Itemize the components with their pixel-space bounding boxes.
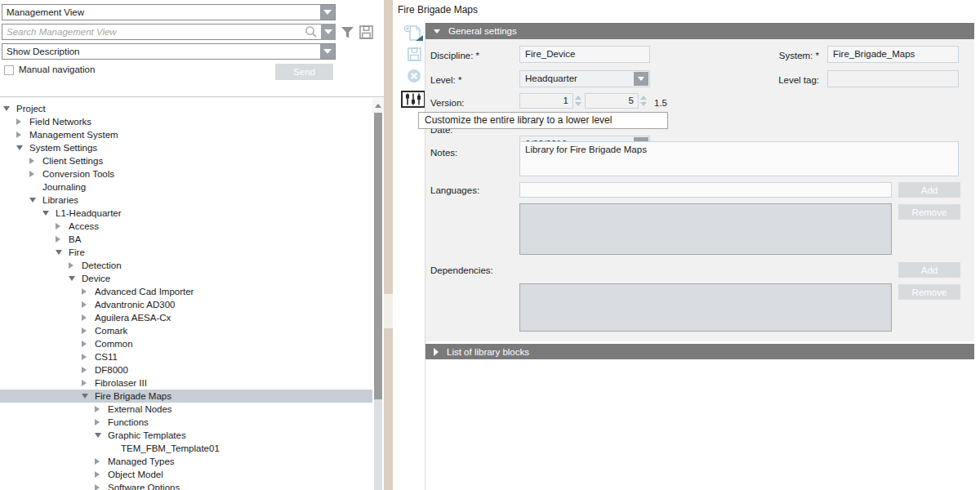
panel-splitter-handle[interactable] [384,294,393,328]
tree-expander-expanded-icon[interactable] [3,106,15,111]
tree-expander-collapsed-icon[interactable] [82,380,93,386]
tree-item[interactable]: TEM_FBM_Template01 [0,442,372,455]
tree-item[interactable]: Access [0,220,372,233]
tree-item[interactable]: CS11 [0,350,372,363]
version-major-stepper[interactable] [574,93,582,109]
tree-item[interactable]: L1-Headquarter [0,207,372,220]
panel-splitter[interactable] [384,0,393,490]
tree-item[interactable]: Fire Brigade Maps [0,390,372,403]
languages-remove-button[interactable]: Remove [898,204,960,220]
tree-item[interactable]: Advantronic AD300 [0,298,372,311]
tree-item[interactable]: Aguilera AESA-Cx [0,311,372,324]
tree-item[interactable]: Fibrolaser III [0,376,372,390]
tree-expander-collapsed-icon[interactable] [29,158,41,164]
tree-item[interactable]: Device [0,272,372,285]
tree-expander-collapsed-icon[interactable] [95,419,106,425]
tree-item[interactable]: Comark [0,324,372,337]
management-view-combo[interactable]: Management View [2,4,336,20]
discipline-field[interactable]: Fire_Device [519,46,650,63]
tree-item[interactable]: Client Settings [0,154,372,167]
tree-item[interactable]: Project [0,102,372,115]
tree-expander-collapsed-icon[interactable] [29,171,41,177]
tree-expander-collapsed-icon[interactable] [82,341,93,347]
tree-expander-expanded-icon[interactable] [95,433,106,438]
filter-button[interactable] [340,25,354,39]
tree-expander-collapsed-icon[interactable] [82,367,93,373]
tree-expander-collapsed-icon[interactable] [82,354,93,360]
tree-item[interactable]: Graphic Templates [0,429,372,442]
tree-expander-collapsed-icon[interactable] [82,288,93,295]
send-button[interactable]: Send [275,64,333,80]
tree-expander-collapsed-icon[interactable] [16,131,28,138]
tree-expander-collapsed-icon[interactable] [95,458,106,465]
level-tag-field[interactable] [827,70,959,87]
tree-item[interactable]: System Settings [0,141,372,154]
languages-input[interactable] [519,182,892,198]
search-dropdown-button[interactable] [321,24,336,40]
tree-expander-collapsed-icon[interactable] [95,406,106,412]
tree-item[interactable]: Field Networks [0,115,372,128]
languages-remove-label: Remove [912,207,947,217]
import-library-button[interactable] [403,24,424,42]
tree-item-label: Fire Brigade Maps [95,391,172,401]
tree-expander-expanded-icon[interactable] [16,145,28,150]
save-search-button[interactable] [359,24,373,39]
notes-field[interactable]: Library for Fire Brigade Maps [519,141,959,176]
tree-expander-expanded-icon[interactable] [29,198,41,203]
library-blocks-header[interactable]: List of library blocks [425,344,974,359]
tree-expander-expanded-icon[interactable] [82,394,93,399]
tree-scrollbar-thumb[interactable] [374,113,382,399]
tree-item[interactable]: External Nodes [0,403,372,416]
tree-scrollbar-up-button[interactable] [372,98,384,113]
cancel-button[interactable] [407,69,421,83]
tree-item[interactable]: Detection [0,259,372,272]
tree-expander-collapsed-icon[interactable] [95,484,106,490]
general-settings-header[interactable]: General settings [425,23,974,39]
dependencies-add-button[interactable]: Add [898,262,960,278]
show-description-combo[interactable]: Show Description [2,43,336,60]
tree-expander-collapsed-icon[interactable] [82,301,93,308]
tree-item[interactable]: Common [0,337,372,350]
tree-expander-collapsed-icon[interactable] [82,327,93,334]
manual-navigation-checkbox[interactable] [4,65,14,75]
tree-item[interactable]: Managed Types [0,455,372,468]
version-minor-stepper[interactable] [639,93,648,109]
tree-expander-expanded-icon[interactable] [42,211,54,216]
tree-item[interactable]: Management System [0,128,372,141]
tree-expander-expanded-icon[interactable] [69,276,80,281]
tree-item[interactable]: Fire [0,246,372,259]
tree-expander-collapsed-icon[interactable] [95,471,106,478]
system-field[interactable]: Fire_Brigade_Maps [827,46,959,63]
tree-item[interactable]: Conversion Tools [0,167,372,180]
level-combo[interactable]: Headquarter [519,70,650,87]
version-major-field[interactable]: 1 [519,93,573,109]
dependencies-remove-button[interactable]: Remove [898,284,960,300]
tree-expander-collapsed-icon[interactable] [82,314,93,321]
tree-expander-collapsed-icon[interactable] [56,223,67,229]
tree-item-label: System Settings [29,143,97,153]
dependencies-listbox[interactable] [519,283,892,332]
languages-add-button[interactable]: Add [898,182,960,198]
show-description-dropdown-button[interactable] [320,44,335,59]
tree-expander-collapsed-icon[interactable] [16,118,28,125]
tree-item[interactable]: Libraries [0,194,372,207]
tree-item[interactable]: Functions [0,416,372,429]
tree-item[interactable]: DF8000 [0,363,372,376]
level-dropdown-button[interactable] [634,72,648,86]
tree-expander-expanded-icon[interactable] [56,250,67,255]
show-description-combo-value: Show Description [7,47,79,56]
version-minor-field[interactable]: 5 [585,93,639,109]
tree-item[interactable]: Advanced Cad Importer [0,285,372,298]
tree-expander-collapsed-icon[interactable] [56,236,67,243]
tree-expander-collapsed-icon[interactable] [69,262,80,269]
tree-scrollbar-track[interactable] [374,399,382,490]
management-view-dropdown-button[interactable] [320,5,335,20]
search-input[interactable] [2,24,336,40]
languages-listbox[interactable] [519,203,892,255]
save-library-button[interactable] [407,47,421,61]
customize-library-button[interactable] [401,91,425,108]
tree-item[interactable]: BA [0,233,372,246]
tree-item[interactable]: Software Options [0,481,372,490]
tree-item[interactable]: Journaling [0,180,372,194]
tree-item[interactable]: Object Model [0,468,372,481]
